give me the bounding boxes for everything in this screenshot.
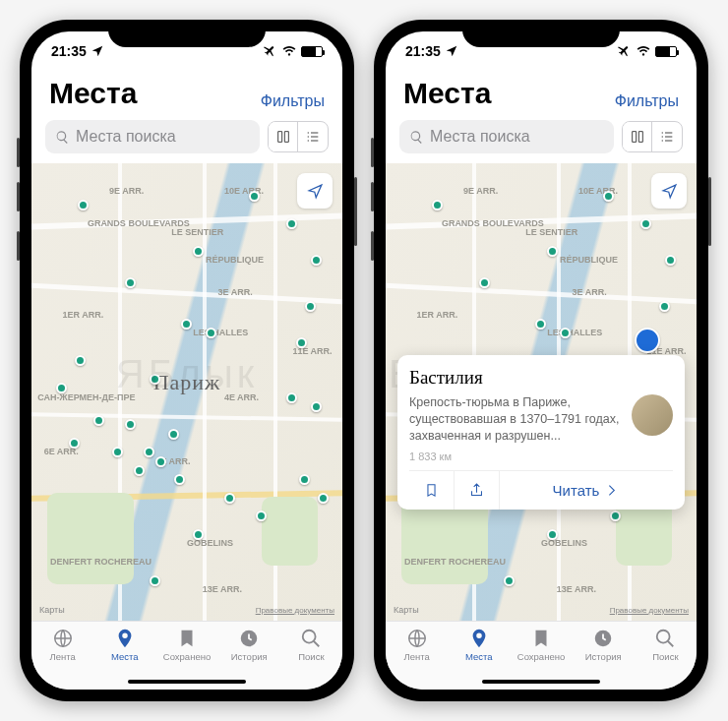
read-button[interactable]: Читать	[500, 471, 673, 510]
map-pin[interactable]	[665, 255, 676, 266]
place-card: Бастилия Крепость-тюрьма в Париже, сущес…	[397, 355, 685, 510]
search-placeholder: Места поиска	[76, 128, 176, 146]
map-pin[interactable]	[150, 575, 160, 586]
map-pin[interactable]	[125, 419, 136, 430]
map-pin[interactable]	[318, 493, 329, 504]
map-pin[interactable]	[193, 246, 204, 257]
filters-button[interactable]: Фильтры	[261, 92, 325, 110]
list-view-button[interactable]	[652, 122, 682, 151]
search-icon	[409, 130, 424, 145]
battery-icon	[301, 46, 323, 57]
map-pin-selected[interactable]	[635, 328, 660, 353]
map-pin[interactable]	[299, 474, 310, 485]
tab-search[interactable]: Поиск	[280, 628, 342, 690]
map-view-button[interactable]	[623, 122, 652, 151]
locate-me-button[interactable]	[651, 173, 687, 209]
pin-icon	[114, 628, 136, 649]
svg-point-2	[303, 631, 316, 643]
page-title: Места	[403, 77, 491, 110]
map-pin[interactable]	[547, 246, 558, 257]
district-label: 3E ARR.	[218, 287, 253, 297]
phone-left: 21:35 Места Фильтры Места поиска	[20, 20, 354, 701]
map-pin[interactable]	[311, 401, 322, 412]
home-indicator[interactable]	[482, 680, 600, 684]
clock-icon	[592, 628, 614, 649]
map-pin[interactable]	[603, 191, 614, 202]
status-time: 21:35	[405, 43, 441, 59]
district-label: 13E ARR.	[203, 584, 242, 594]
map-area[interactable]: 9E ARR. 10E ARR. GRANDS BOULEVARDS LE SE…	[386, 163, 697, 621]
district-label: RÉPUBLIQUE	[560, 255, 618, 265]
district-label: LES HALLES	[547, 328, 602, 337]
header: Места Фильтры	[386, 71, 697, 120]
notch	[462, 20, 620, 47]
map-pin[interactable]	[181, 319, 192, 330]
map-view-icon	[275, 129, 291, 145]
map-pin[interactable]	[610, 511, 621, 521]
map-pin[interactable]	[296, 337, 307, 348]
district-label: 3E ARR.	[573, 287, 607, 297]
legal-link[interactable]: Правовые документы	[610, 606, 689, 615]
tab-search[interactable]: Поиск	[635, 628, 697, 690]
map-view-button[interactable]	[269, 122, 298, 151]
map-pin[interactable]	[224, 493, 235, 504]
map-pin[interactable]	[75, 355, 86, 366]
filters-button[interactable]: Фильтры	[615, 92, 679, 110]
place-title: Бастилия	[409, 367, 673, 389]
wifi-icon	[282, 44, 296, 58]
pin-icon	[468, 628, 490, 649]
map-pin[interactable]	[69, 438, 80, 449]
place-thumbnail[interactable]	[632, 394, 673, 436]
bookmark-button[interactable]	[409, 471, 455, 510]
search-input[interactable]: Места поиска	[399, 120, 614, 153]
svg-point-5	[657, 631, 670, 643]
share-button[interactable]	[455, 471, 500, 510]
search-input[interactable]: Места поиска	[45, 120, 260, 153]
search-tab-icon	[300, 628, 322, 649]
map-pin[interactable]	[640, 218, 651, 229]
district-label: GOBELINS	[187, 538, 233, 548]
search-icon	[55, 130, 70, 145]
map-pin[interactable]	[535, 319, 546, 330]
location-status-icon	[91, 44, 104, 58]
tab-feed[interactable]: Лента	[386, 628, 448, 690]
list-view-button[interactable]	[298, 122, 328, 151]
location-arrow-icon	[661, 183, 678, 200]
legal-link[interactable]: Правовые документы	[256, 606, 334, 615]
map-pin[interactable]	[305, 301, 316, 312]
map-pin[interactable]	[286, 392, 297, 403]
bookmark-icon	[176, 628, 198, 649]
search-tab-icon	[654, 628, 676, 649]
map-pin[interactable]	[144, 447, 154, 457]
bookmark-icon	[530, 628, 552, 649]
district-label: 9E ARR.	[463, 186, 498, 196]
map-pin[interactable]	[249, 191, 260, 202]
map-pin[interactable]	[479, 277, 490, 288]
map-pin[interactable]	[93, 415, 104, 426]
map-view-icon	[630, 129, 645, 145]
map-pin[interactable]	[155, 456, 166, 467]
district-label: 1ER ARR.	[63, 310, 104, 320]
district-label: LE SENTIER	[171, 227, 223, 237]
district-label: 1ER ARR.	[417, 310, 458, 320]
map-pin[interactable]	[256, 511, 267, 521]
map-pin[interactable]	[174, 474, 185, 485]
map-pin[interactable]	[504, 575, 515, 586]
map-pin[interactable]	[432, 200, 443, 210]
map-pin[interactable]	[134, 465, 145, 476]
map-pin[interactable]	[311, 255, 322, 266]
district-label: DENFERT ROCHEREAU	[404, 557, 506, 567]
home-indicator[interactable]	[128, 680, 246, 684]
map-pin[interactable]	[168, 429, 179, 440]
locate-me-button[interactable]	[297, 173, 333, 209]
map-area[interactable]: 9E ARR. 10E ARR. GRANDS BOULEVARDS LE SE…	[31, 163, 342, 621]
district-label: LES HALLES	[193, 328, 248, 337]
map-pin[interactable]	[125, 277, 136, 288]
location-arrow-icon	[307, 183, 324, 200]
tab-feed[interactable]: Лента	[31, 628, 93, 690]
map-pin[interactable]	[78, 200, 89, 210]
header: Места Фильтры	[31, 71, 342, 120]
map-pin[interactable]	[659, 301, 670, 312]
map-pin[interactable]	[286, 218, 297, 229]
district-label: GOBELINS	[541, 538, 587, 548]
